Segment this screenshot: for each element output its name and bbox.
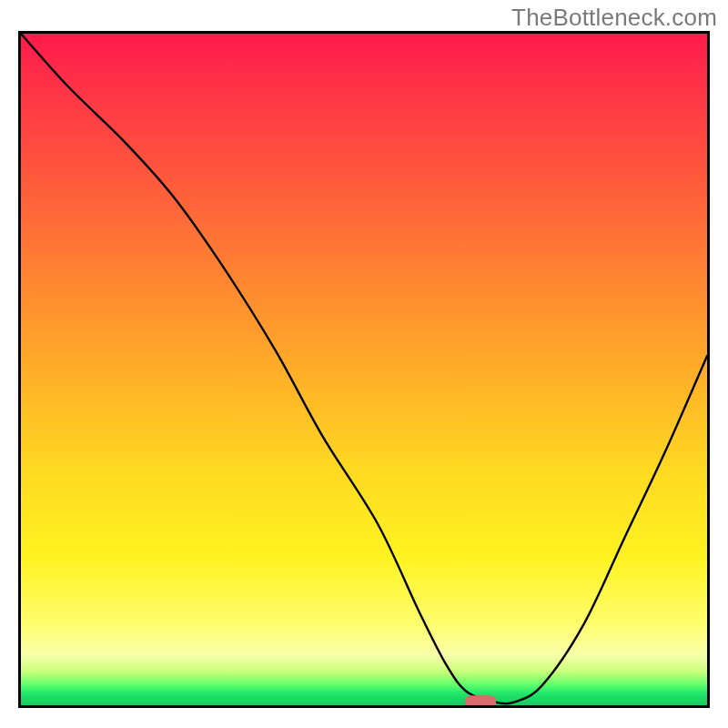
bottleneck-curve xyxy=(21,34,707,703)
curve-svg xyxy=(21,34,707,705)
plot-frame xyxy=(18,31,710,708)
optimal-marker xyxy=(465,695,496,705)
chart-container: TheBottleneck.com xyxy=(0,0,728,728)
watermark-text: TheBottleneck.com xyxy=(511,4,717,32)
